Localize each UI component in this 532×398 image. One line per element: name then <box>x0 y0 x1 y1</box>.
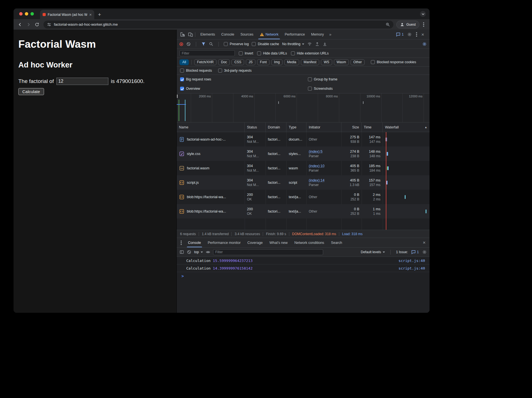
network-settings-button[interactable] <box>422 42 427 46</box>
drawer-tab-coverage[interactable]: Coverage <box>244 238 266 247</box>
overview-selection-handle[interactable] <box>177 95 178 98</box>
issues-indicator[interactable]: 1 <box>396 32 404 37</box>
drawer-close-icon[interactable] <box>423 240 427 245</box>
calculate-button[interactable]: Calculate <box>18 88 44 95</box>
network-request-row[interactable]: style.css 304Not M... factori... styles.… <box>177 146 430 161</box>
live-expression-button[interactable] <box>206 250 210 254</box>
blocked-response-cookies-checkbox[interactable] <box>371 60 375 64</box>
tab-close-icon[interactable] <box>89 12 92 17</box>
devtools-close-icon[interactable] <box>421 32 424 37</box>
column-header-size[interactable]: Size <box>341 123 362 132</box>
column-header-time[interactable]: Time <box>362 123 383 132</box>
filter-toggle-button[interactable] <box>201 42 206 46</box>
console-prompt-row[interactable]: > <box>177 272 430 280</box>
reload-button[interactable] <box>33 21 41 28</box>
preserve-log-checkbox[interactable] <box>224 42 228 46</box>
drawer-tab-performance-monitor[interactable]: Performance monitor <box>204 238 244 247</box>
filter-chip-manifest[interactable]: Manifest <box>301 59 319 65</box>
drawer-tab-whats-new[interactable]: What's new <box>266 238 291 247</box>
devtools-menu-icon[interactable] <box>416 34 417 35</box>
third-party-requests-checkbox[interactable] <box>218 69 222 73</box>
console-sidebar-toggle[interactable] <box>179 250 184 254</box>
hide-extension-urls-checkbox[interactable] <box>291 51 295 55</box>
console-filter-input[interactable] <box>213 249 323 255</box>
column-header-domain[interactable]: Domain <box>266 123 286 132</box>
devtools-tab-memory[interactable]: Memory <box>308 30 327 39</box>
record-network-log-button[interactable] <box>179 42 183 46</box>
throttling-dropdown[interactable]: No throttling <box>282 42 305 46</box>
clear-console-button[interactable] <box>187 250 191 254</box>
initiator-link[interactable]: (index):10 <box>309 164 339 168</box>
factorial-input[interactable] <box>56 78 108 85</box>
forward-button[interactable] <box>25 21 32 28</box>
drawer-menu-icon[interactable] <box>181 242 182 243</box>
filter-chip-doc[interactable]: Doc <box>218 59 230 65</box>
network-search-button[interactable] <box>209 42 213 46</box>
devtools-tab-sources[interactable]: Sources <box>237 30 257 39</box>
initiator-link[interactable]: (index):14 <box>309 178 339 183</box>
disable-cache-checkbox[interactable] <box>252 42 256 46</box>
column-header-status[interactable]: Status <box>245 123 266 132</box>
tab-search-button[interactable] <box>420 11 426 17</box>
devtools-tab-elements[interactable]: Elements <box>197 30 218 39</box>
inspect-element-button[interactable] <box>180 32 185 37</box>
network-request-row[interactable]: blob:https://factorial-wa... 200OK facto… <box>177 190 430 204</box>
execution-context-dropdown[interactable]: top <box>194 250 203 254</box>
column-header-type[interactable]: Type <box>286 123 306 132</box>
big-request-rows-checkbox[interactable] <box>180 77 184 81</box>
column-header-waterfall[interactable]: Waterfall ▲ <box>383 123 430 132</box>
column-header-name[interactable]: Name <box>177 123 245 132</box>
network-filter-input[interactable] <box>179 50 235 56</box>
column-header-initiator[interactable]: Initiator <box>306 123 341 132</box>
browser-tab[interactable]: Factorial Wasm (ad hoc Work <box>40 10 94 19</box>
site-info-icon[interactable] <box>47 22 51 27</box>
message-source-link[interactable]: script.js:40 <box>399 266 425 270</box>
overview-checkbox[interactable] <box>180 87 184 91</box>
filter-chip-other[interactable]: Other <box>351 59 365 65</box>
address-bar[interactable]: factorial-wasm-ad-hoc-worker.glitch.me <box>43 21 393 29</box>
filter-chip-img[interactable]: Img <box>271 59 283 65</box>
window-close-button[interactable] <box>19 12 23 16</box>
devtools-tab-performance[interactable]: Performance <box>282 30 308 39</box>
new-tab-button[interactable]: + <box>94 10 105 19</box>
network-request-row[interactable]: factorial-wasm-ad-hoc-... 304Not M... fa… <box>177 132 430 146</box>
group-by-frame-checkbox[interactable] <box>308 77 312 81</box>
zoom-icon[interactable] <box>386 22 390 27</box>
network-conditions-button[interactable] <box>307 42 312 46</box>
devtools-settings-button[interactable] <box>407 32 412 37</box>
issues-indicator[interactable]: 1 <box>411 250 419 254</box>
filter-chip-ws[interactable]: WS <box>321 59 332 65</box>
network-request-row[interactable]: script.js 304Not M... factori... script … <box>177 175 430 190</box>
devtools-tab-network[interactable]: Network <box>257 30 282 39</box>
filter-chip-css[interactable]: CSS <box>231 59 244 65</box>
network-overview-timeline[interactable]: 2000 ms 4000 ms 6000 ms 8000 ms 10000 ms… <box>177 93 430 123</box>
log-levels-dropdown[interactable]: Default levels <box>361 250 385 254</box>
browser-menu-icon[interactable] <box>423 24 424 25</box>
import-har-button[interactable] <box>315 42 319 46</box>
console-settings-button[interactable] <box>422 250 427 254</box>
network-request-row[interactable]: WA factorial.wasm 304Not M... factori...… <box>177 161 430 175</box>
more-tabs-button[interactable]: » <box>327 32 334 37</box>
filter-chip-fetch-xhr[interactable]: Fetch/XHR <box>194 59 216 65</box>
window-zoom-button[interactable] <box>30 12 34 16</box>
drawer-tab-search[interactable]: Search <box>328 238 346 247</box>
filter-chip-wasm[interactable]: Wasm <box>334 59 349 65</box>
drawer-tab-network-conditions[interactable]: Network conditions <box>291 238 328 247</box>
blocked-requests-checkbox[interactable] <box>180 69 184 73</box>
message-source-link[interactable]: script.js:40 <box>399 259 425 263</box>
filter-chip-all[interactable]: All <box>179 59 189 65</box>
network-request-row[interactable]: blob:https://factorial-wa... 200OK facto… <box>177 204 430 218</box>
device-toolbar-button[interactable] <box>188 32 193 37</box>
filter-chip-font[interactable]: Font <box>257 59 270 65</box>
profile-button[interactable]: Guest <box>396 21 419 29</box>
back-button[interactable] <box>16 21 24 28</box>
window-minimize-button[interactable] <box>25 12 28 16</box>
hide-data-urls-checkbox[interactable] <box>257 51 261 55</box>
filter-chip-js[interactable]: JS <box>246 59 255 65</box>
clear-network-log-button[interactable] <box>186 42 191 46</box>
screenshots-checkbox[interactable] <box>308 87 312 91</box>
drawer-tab-console[interactable]: Console <box>185 238 204 247</box>
invert-checkbox[interactable] <box>239 51 243 55</box>
initiator-link[interactable]: (index):5 <box>309 149 339 154</box>
export-har-button[interactable] <box>323 42 327 46</box>
